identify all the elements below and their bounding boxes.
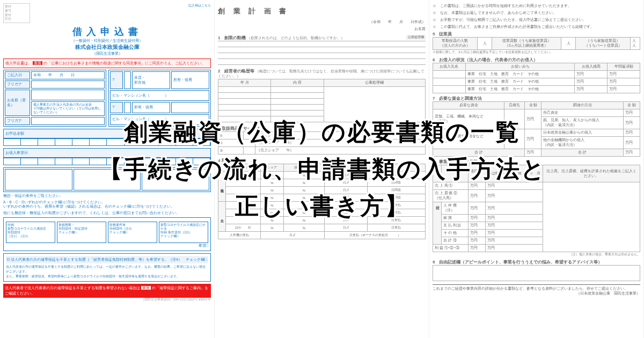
s7-ry2: 万円 (623, 129, 640, 137)
red-pre: 借入申込書は、 (5, 61, 32, 65)
deal-c0: 取引先名 (226, 164, 261, 172)
entry-date-value: 令和 年 月 日 (31, 71, 105, 79)
hoka0: ほか 社 (226, 194, 261, 202)
deal-c2: 掛取引の割合 (283, 164, 324, 172)
s8-r7: 利 益 ①−②−③ (433, 245, 469, 252)
close4: 日〆 (325, 202, 368, 209)
s8-r5: そ の 他 (442, 230, 469, 237)
s3-header: 3 取扱商品・サービス (218, 126, 426, 131)
close1: 日〆 (325, 179, 368, 187)
star4: ☆ この書類に代えて、お客さまご自身が作成された計画書類をご提出いただいても結構… (433, 24, 640, 29)
s6-y1b: 万円 (608, 78, 640, 86)
s6-c3: 年間返済額 (608, 63, 640, 71)
pct5: % (261, 209, 284, 217)
s6-y2b: 万円 (608, 86, 640, 93)
s6-use2: 事業 住宅 土地 教育 カード その他 (465, 86, 574, 93)
pct2b: % (283, 187, 324, 194)
s3-share2: （売上シェア %） (255, 147, 425, 155)
s9-box (433, 265, 640, 281)
recv2: 日回収 (367, 187, 425, 194)
misc-blue-table (3, 167, 211, 192)
s4-header: 4 取引関係等 (218, 158, 426, 164)
pay1: 日支払 (367, 209, 425, 217)
close7: 日〆 (325, 224, 368, 232)
company-sub: （国民生活事業） (3, 51, 211, 56)
emp-c1: 人 (477, 38, 492, 50)
s8-r3: 家 賃 (442, 215, 469, 222)
pct0b: % (283, 172, 324, 179)
s7-ry1: 万円 (623, 117, 640, 129)
s6-c0: お借入先名 (433, 63, 466, 71)
conditions-header: 無担・保証の条件をご覧ください。 (3, 194, 211, 198)
conditions-note: A・B・C・Dいずれかのチェック欄□に印をつけてください。 いずれかの条件のうち… (3, 200, 211, 209)
pct4b: % (283, 202, 324, 209)
background-forms: 受付 番号 受付 区分 記入例はこちら 借入申込書 （一般貸付・特別貸付／生活衛… (0, 0, 644, 338)
side-sell: 取引先・販売先 (218, 172, 226, 202)
hope-label: 希望□ (6, 243, 208, 248)
owner-note: 個人事業主の方 法人代表者の方のお名前 ※印鑑は押さないでください（ゴム印は使用… (31, 101, 105, 116)
s1-lines (218, 41, 426, 65)
form-business-plan: 創 業 計 画 書 （令和 年 月 日作成） お名前 1 創業の動機 （創業され… (215, 0, 429, 338)
building: ビル・マンション名（ ） (110, 90, 210, 101)
s7-sum-r: 合 計 (541, 149, 623, 157)
s3-table: ①（売上シェア %） ②（売上シェア %） ③（売上シェア %） (218, 131, 426, 155)
s6-y0b: 万円 (608, 71, 640, 78)
pct4: % (261, 202, 284, 209)
personnel-pay: 人件費の支払 (218, 232, 261, 239)
entry-guide-top: 記入例はこちら (188, 3, 211, 23)
box-b: 新規開業・ 特別貸付・特定貸付 チェック欄□ (57, 222, 106, 243)
pct1: % (261, 179, 284, 187)
amount-label-row: お申込金額 万円 (3, 129, 211, 138)
close2: 日〆 (325, 187, 368, 194)
s8y3: 万円 (468, 215, 485, 222)
s9-header: 9 自由記述欄（アピールポイント、事業を行ううえでの悩み、希望するアドバイス等） (433, 259, 640, 265)
bottom-red-pre: 法人代表者で法人代表者の方の連帯保証を不要とする制度を希望されない場合は (5, 286, 140, 290)
pct3b: % (283, 194, 324, 202)
s7-lc2: 金 額 (525, 102, 541, 109)
amount-unit: 万円 (201, 131, 209, 136)
s3-r0: ① (218, 132, 244, 139)
s8-r4: 支 払 利 息 (442, 222, 469, 230)
s7-row1: 店舗、工場、機械、車両など （内訳） (433, 109, 504, 129)
pct7b: % (283, 224, 324, 232)
s7-r4: 他の金融機関からの借入 （内訳・返済方法） (541, 137, 623, 149)
amount-label: お申込金額 (5, 131, 24, 136)
box-d: 新型コロナウイルス感染症にかかる 特例 衛生貸付（注3） チェック欄□ (159, 222, 208, 243)
s8-side: 経費 (433, 202, 442, 245)
s7-y0: 万円 (525, 109, 541, 129)
s8y5b: 万円 (486, 230, 543, 237)
s7-r2: 親、兄弟、知人、友人からの借入 （内訳・返済方法） (541, 117, 623, 129)
plan-date: （令和 年 月 日作成） (218, 19, 426, 25)
employees-table: 常勤役員の人数 （法人の方のみ） 人 従業員数（うち家族従業員） （3ヵ月以上継… (433, 37, 640, 50)
side-buy: 仕入先 (218, 202, 226, 232)
s7-r1: 自己資金 (541, 109, 623, 117)
pct7: % (261, 224, 284, 232)
s7-rc1: 金 額 (623, 102, 640, 109)
s7-ry0: 万円 (623, 109, 640, 117)
s1-sub: （創業されるのは、どのような目的、動機からですか。） (247, 36, 345, 40)
s8-c2: 1年後 又は軌道に乗った後（ 年 月頃） (486, 165, 543, 182)
s7-ry3: 万円 (623, 137, 640, 149)
s7-sy1: 万円 (623, 149, 640, 157)
career-col-1: 内 容 (271, 79, 324, 87)
outlook-table: 創業当初 1年後 又は軌道に乗った後（ 年 月頃） 売上高、売上原価、経費を計算… (433, 165, 640, 252)
pct1b: % (283, 179, 324, 187)
s8-r0: 売 上 高 ① (433, 182, 469, 190)
s7-sum-l: 合 計 (433, 149, 525, 157)
s7-header: 7 必要な資金と調達方法 (433, 95, 640, 101)
emp-c2: 従業員数（うち家族従業員） （3ヵ月以上継続雇用者） (492, 38, 561, 50)
close3: 日〆 (325, 194, 368, 202)
d-note: 法人代表者の方の連帯保証を不要とする制度のご利用にあたっては、一定の要件がござい… (6, 264, 208, 279)
star3: ☆ お手数ですが、可能な範囲でご記入いただき、借入申込書にご添えてご提出ください… (433, 17, 640, 22)
condition-boxes: 特例 新型コロナウイルス感染症 特別貸付 （注1）（注2） 新規開業・ 特別貸付… (3, 217, 211, 251)
proc-tag: 公庫処理欄 (406, 35, 426, 40)
bottom-red-bar: 法人代表者で法人代表者の方の連帯保証を不要とする制度を希望されない場合は 裏面 … (3, 284, 211, 298)
s6-header: 6 お借入の状況（法人の場合、代表者の方のお借入） (433, 57, 640, 63)
emp-c0: 常勤役員の人数 （法人の方のみ） (433, 38, 478, 50)
recv1: 日回収 (367, 179, 425, 187)
s8-note: （注）個人営業の場合、事業主分は含めません。 (433, 252, 640, 257)
s6-y0: 万円 (575, 71, 608, 78)
deal-c3: 回収・支払の条件 (325, 164, 426, 172)
form-plan-page2: ☆ この書類は、ご面談にかかる時間を短縮するために利用させていただきます。 ☆ … (429, 0, 644, 338)
s7-sy0: 万円 (525, 149, 541, 157)
